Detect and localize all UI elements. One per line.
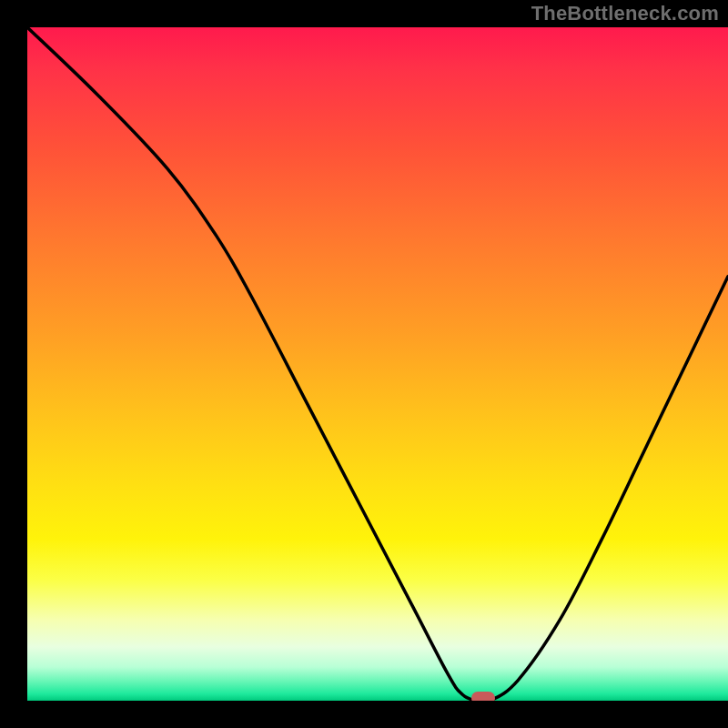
curve-path — [27, 27, 728, 701]
watermark-text: TheBottleneck.com — [531, 2, 719, 25]
optimal-point-marker — [471, 692, 495, 701]
chart-frame: TheBottleneck.com — [0, 0, 728, 728]
plot-area — [27, 27, 728, 701]
bottleneck-curve — [27, 27, 728, 701]
